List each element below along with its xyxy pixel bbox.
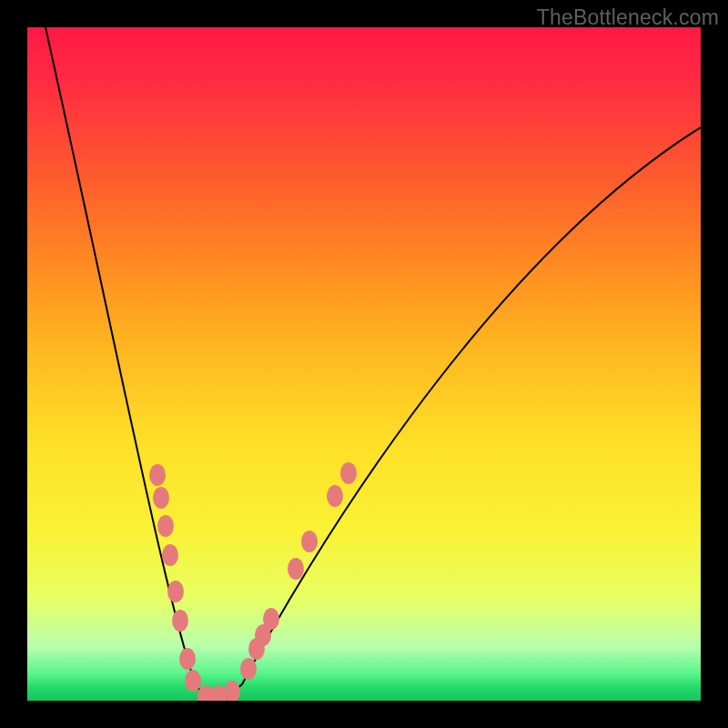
curve-marker — [167, 581, 184, 602]
curve-marker — [327, 485, 343, 507]
curve-marker — [149, 464, 166, 486]
chart-frame: TheBottleneck.com — [0, 0, 728, 728]
curve-marker — [179, 648, 196, 670]
curve-marker — [185, 670, 201, 692]
curve-marker — [301, 531, 318, 552]
marker-group — [149, 462, 357, 701]
watermark-text: TheBottleneck.com — [537, 5, 719, 30]
curve-marker — [240, 658, 257, 680]
curve-marker — [288, 558, 304, 580]
curve-marker — [224, 681, 240, 701]
curve-marker — [157, 515, 174, 537]
plot-area — [27, 27, 701, 701]
curve-marker — [162, 544, 178, 566]
bottleneck-curve — [46, 27, 701, 697]
curve-marker — [340, 462, 357, 484]
curve-marker — [153, 487, 169, 509]
curve-marker — [263, 608, 279, 630]
curve-layer — [27, 27, 701, 701]
curve-marker — [172, 610, 188, 632]
